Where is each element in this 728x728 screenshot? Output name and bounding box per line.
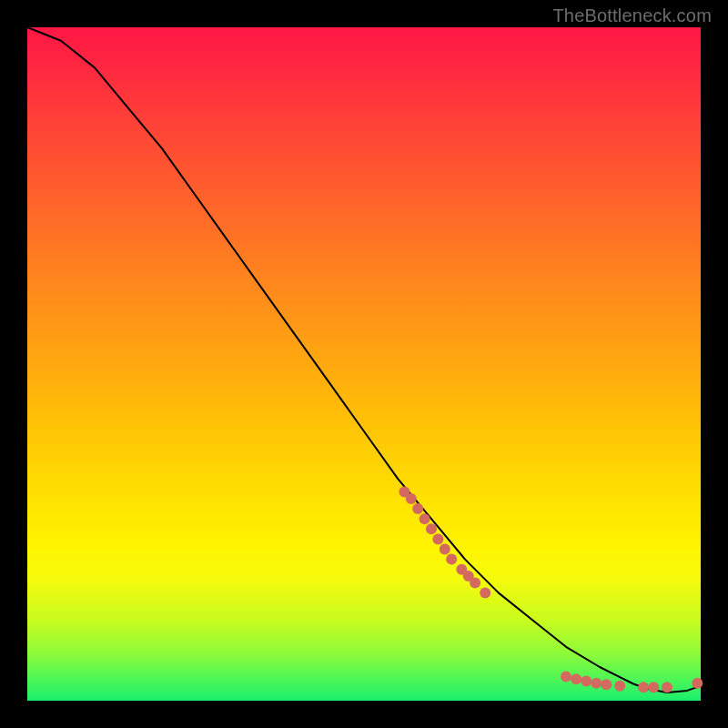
bottleneck-curve <box>27 27 701 693</box>
watermark-text: TheBottleneck.com <box>552 5 712 26</box>
data-point <box>591 678 602 689</box>
curve-svg <box>27 27 701 701</box>
data-point <box>446 554 457 565</box>
data-point <box>432 533 443 544</box>
data-point <box>420 513 430 524</box>
data-point <box>601 679 612 690</box>
data-point <box>662 682 672 693</box>
dot-group <box>399 487 703 693</box>
data-point <box>440 544 450 555</box>
data-point <box>412 503 423 514</box>
chart-frame: TheBottleneck.com <box>0 0 728 728</box>
data-point <box>692 678 703 689</box>
data-point <box>561 671 571 682</box>
plot-area <box>27 27 701 701</box>
data-point <box>581 676 592 687</box>
data-point <box>470 578 480 589</box>
data-point <box>426 523 437 534</box>
data-point <box>648 682 659 693</box>
data-point <box>480 588 490 599</box>
data-point <box>614 681 625 692</box>
data-point <box>406 493 417 504</box>
data-point <box>571 673 581 684</box>
data-point <box>638 682 649 693</box>
